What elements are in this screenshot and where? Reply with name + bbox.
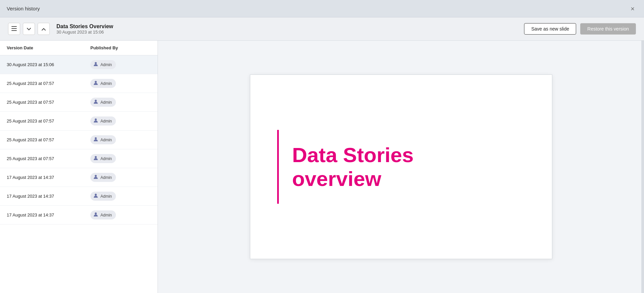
table-row[interactable]: 25 August 2023 at 07:57 Admin: [0, 112, 158, 131]
chevron-down-button[interactable]: [23, 23, 35, 35]
row-published: Admin: [90, 173, 151, 182]
table-row[interactable]: 30 August 2023 at 15:06 Admin: [0, 55, 158, 74]
svg-point-11: [95, 212, 97, 214]
row-date: 17 August 2023 at 14:37: [7, 194, 90, 199]
user-badge: Admin: [90, 210, 116, 219]
row-date: 25 August 2023 at 07:57: [7, 137, 90, 142]
user-badge: Admin: [90, 79, 116, 88]
list-icon: [11, 26, 17, 32]
user-badge: Admin: [90, 98, 116, 107]
svg-point-10: [95, 194, 97, 196]
version-panel: Version Date Published By 30 August 2023…: [0, 41, 158, 293]
user-name: Admin: [100, 138, 112, 142]
row-published: Admin: [90, 116, 151, 126]
user-name: Admin: [100, 62, 112, 67]
toolbar-right: Save as new slide Restore this version: [524, 23, 636, 35]
slide-title-line1: Data Stories: [292, 143, 414, 166]
user-badge: Admin: [90, 154, 116, 163]
preview-panel: Data Stories overview: [158, 41, 644, 293]
row-published: Admin: [90, 192, 151, 201]
top-bar: Version history ×: [0, 0, 644, 17]
user-name: Admin: [100, 100, 112, 105]
user-name: Admin: [100, 119, 112, 124]
user-icon: [93, 99, 98, 105]
row-published: Admin: [90, 60, 151, 69]
svg-point-7: [95, 137, 97, 139]
user-name: Admin: [100, 194, 112, 199]
slide-accent-bar: [277, 130, 279, 204]
row-published: Admin: [90, 135, 151, 144]
user-name: Admin: [100, 213, 112, 217]
modal-title: Version history: [7, 6, 40, 11]
chevron-down-icon: [27, 26, 31, 32]
user-badge: Admin: [90, 192, 116, 201]
version-history-modal: Version history ×: [0, 0, 644, 293]
user-icon: [93, 155, 98, 162]
user-icon: [93, 174, 98, 181]
version-name: Data Stories Overview: [56, 23, 113, 30]
user-badge: Admin: [90, 116, 116, 126]
svg-point-9: [95, 175, 97, 177]
row-date: 25 August 2023 at 07:57: [7, 118, 90, 124]
svg-rect-0: [11, 26, 17, 27]
table-row[interactable]: 17 August 2023 at 14:37 Admin: [0, 206, 158, 225]
col-published-header: Published By: [90, 45, 151, 50]
row-published: Admin: [90, 98, 151, 107]
toolbar: Data Stories Overview 30 August 2023 at …: [0, 17, 644, 41]
version-list[interactable]: 30 August 2023 at 15:06 Admin25 August 2…: [0, 55, 158, 293]
list-view-button[interactable]: [8, 23, 20, 35]
save-as-new-slide-button[interactable]: Save as new slide: [524, 23, 576, 35]
slide-title: Data Stories overview: [292, 143, 414, 191]
version-date: 30 August 2023 at 15:06: [56, 30, 113, 35]
user-icon: [93, 118, 98, 124]
user-badge: Admin: [90, 135, 116, 144]
user-name: Admin: [100, 156, 112, 161]
svg-point-4: [95, 81, 97, 83]
row-date: 25 August 2023 at 07:57: [7, 100, 90, 105]
version-info: Data Stories Overview 30 August 2023 at …: [56, 23, 113, 35]
slide-title-line2: overview: [292, 167, 381, 190]
row-date: 30 August 2023 at 15:06: [7, 62, 90, 67]
row-published: Admin: [90, 154, 151, 163]
svg-rect-1: [11, 28, 17, 29]
row-date: 17 August 2023 at 14:37: [7, 175, 90, 180]
user-icon: [93, 61, 98, 68]
user-icon: [93, 137, 98, 143]
table-row[interactable]: 25 August 2023 at 07:57 Admin: [0, 93, 158, 112]
table-row[interactable]: 25 August 2023 at 07:57 Admin: [0, 131, 158, 149]
close-button[interactable]: ×: [628, 4, 637, 13]
row-date: 25 August 2023 at 07:57: [7, 156, 90, 161]
table-row[interactable]: 25 August 2023 at 07:57 Admin: [0, 74, 158, 93]
svg-rect-2: [11, 30, 17, 31]
user-icon: [93, 80, 98, 87]
svg-point-6: [95, 118, 97, 120]
chevron-up-button[interactable]: [38, 23, 50, 35]
svg-point-3: [95, 62, 97, 64]
col-date-header: Version Date: [7, 45, 90, 50]
svg-point-5: [95, 100, 97, 102]
user-icon: [93, 193, 98, 199]
user-name: Admin: [100, 175, 112, 180]
row-date: 25 August 2023 at 07:57: [7, 81, 90, 86]
row-published: Admin: [90, 210, 151, 219]
chevron-up-icon: [42, 26, 46, 32]
main-content: Version Date Published By 30 August 2023…: [0, 41, 644, 293]
toolbar-left: Data Stories Overview 30 August 2023 at …: [8, 23, 113, 35]
table-row[interactable]: 17 August 2023 at 14:37 Admin: [0, 187, 158, 206]
user-icon: [93, 212, 98, 218]
svg-point-8: [95, 156, 97, 158]
row-published: Admin: [90, 79, 151, 88]
row-date: 17 August 2023 at 14:37: [7, 212, 90, 217]
user-badge: Admin: [90, 173, 116, 182]
restore-version-button[interactable]: Restore this version: [580, 23, 636, 35]
right-scroll-indicator: [641, 41, 644, 293]
user-name: Admin: [100, 81, 112, 86]
table-row[interactable]: 17 August 2023 at 14:37 Admin: [0, 168, 158, 187]
slide-preview: Data Stories overview: [250, 75, 552, 259]
user-badge: Admin: [90, 60, 116, 69]
table-header: Version Date Published By: [0, 41, 158, 55]
table-row[interactable]: 25 August 2023 at 07:57 Admin: [0, 149, 158, 168]
